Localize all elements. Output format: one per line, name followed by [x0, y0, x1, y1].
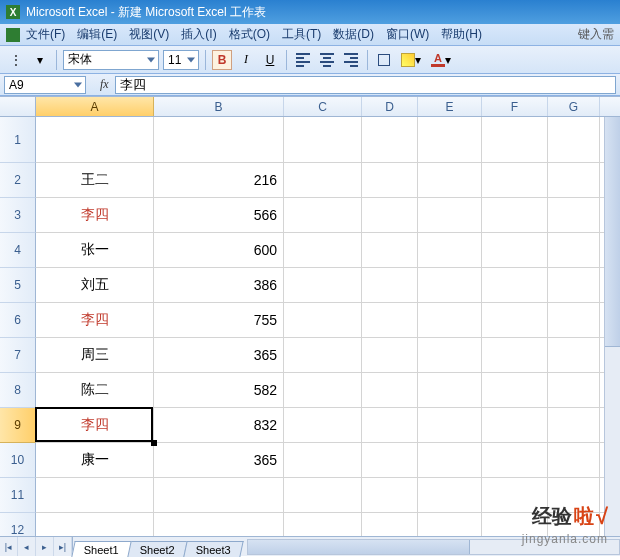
column-header-A[interactable]: A [36, 97, 154, 116]
cell[interactable]: 刘五 [36, 268, 154, 302]
cell[interactable]: 陈二 [36, 373, 154, 407]
cell[interactable]: 李四 [36, 408, 154, 442]
cell[interactable] [418, 268, 482, 302]
row-header[interactable]: 2 [0, 163, 36, 198]
toolbar-dropdown-icon[interactable]: ▾ [30, 50, 50, 70]
font-color-button[interactable]: A▾ [428, 50, 454, 70]
align-left-button[interactable] [293, 50, 313, 70]
row-header[interactable]: 12 [0, 513, 36, 536]
menu-view[interactable]: 视图(V) [129, 26, 169, 43]
cell[interactable] [362, 233, 418, 267]
cell[interactable] [284, 117, 362, 162]
cell[interactable]: 王二 [36, 163, 154, 197]
cell[interactable] [36, 478, 154, 512]
cell[interactable] [284, 163, 362, 197]
cell[interactable] [482, 163, 548, 197]
column-header-E[interactable]: E [418, 97, 482, 116]
fx-icon[interactable]: fx [100, 77, 109, 92]
menu-file[interactable]: 文件(F) [26, 26, 65, 43]
sheet-tab-3[interactable]: Sheet3 [183, 541, 243, 557]
cell[interactable] [548, 233, 600, 267]
cell[interactable] [362, 478, 418, 512]
formula-bar[interactable]: 李四 [115, 76, 616, 94]
fill-color-button[interactable]: ▾ [398, 50, 424, 70]
cell[interactable] [284, 268, 362, 302]
menu-window[interactable]: 窗口(W) [386, 26, 429, 43]
cell[interactable] [418, 117, 482, 162]
cell[interactable]: 832 [154, 408, 284, 442]
underline-button[interactable]: U [260, 50, 280, 70]
cell[interactable] [154, 478, 284, 512]
cell[interactable] [284, 408, 362, 442]
cell[interactable]: 365 [154, 443, 284, 477]
sheet-tab-2[interactable]: Sheet2 [127, 541, 187, 557]
cell[interactable] [362, 513, 418, 536]
cell[interactable] [548, 408, 600, 442]
row-header[interactable]: 10 [0, 443, 36, 478]
cell[interactable] [482, 338, 548, 372]
cell[interactable] [362, 268, 418, 302]
row-header[interactable]: 11 [0, 478, 36, 513]
select-all-corner[interactable] [0, 97, 36, 116]
cell[interactable] [362, 198, 418, 232]
cell[interactable] [548, 478, 600, 512]
cell[interactable]: 张一 [36, 233, 154, 267]
cell[interactable] [482, 373, 548, 407]
sheet-nav-first[interactable]: |◂ [0, 537, 18, 556]
cell[interactable] [284, 338, 362, 372]
cell[interactable] [418, 443, 482, 477]
cell[interactable] [284, 198, 362, 232]
vertical-scroll-thumb[interactable] [605, 117, 620, 347]
cell[interactable] [418, 303, 482, 337]
cell[interactable] [482, 268, 548, 302]
name-box[interactable]: A9 [4, 76, 86, 94]
row-header[interactable]: 1 [0, 117, 36, 163]
cell[interactable]: 566 [154, 198, 284, 232]
cell[interactable] [548, 443, 600, 477]
row-header[interactable]: 7 [0, 338, 36, 373]
borders-button[interactable] [374, 50, 394, 70]
cell[interactable] [548, 117, 600, 162]
cell[interactable] [362, 373, 418, 407]
cell[interactable] [284, 443, 362, 477]
align-right-button[interactable] [341, 50, 361, 70]
cell[interactable] [362, 303, 418, 337]
italic-button[interactable]: I [236, 50, 256, 70]
cell[interactable]: 216 [154, 163, 284, 197]
menu-insert[interactable]: 插入(I) [181, 26, 216, 43]
row-header[interactable]: 5 [0, 268, 36, 303]
cell[interactable] [418, 163, 482, 197]
menu-tools[interactable]: 工具(T) [282, 26, 321, 43]
cell[interactable] [548, 373, 600, 407]
menu-format[interactable]: 格式(O) [229, 26, 270, 43]
cell[interactable] [154, 513, 284, 536]
cell[interactable]: 582 [154, 373, 284, 407]
cell[interactable] [482, 443, 548, 477]
cell[interactable] [482, 408, 548, 442]
cell[interactable] [482, 478, 548, 512]
cell[interactable]: 李四 [36, 198, 154, 232]
column-header-D[interactable]: D [362, 97, 418, 116]
column-header-C[interactable]: C [284, 97, 362, 116]
cell[interactable] [284, 233, 362, 267]
cell[interactable] [418, 478, 482, 512]
toolbar-handle-icon[interactable]: ⋮ [6, 50, 26, 70]
cell[interactable] [482, 233, 548, 267]
cell[interactable] [418, 198, 482, 232]
cell[interactable] [548, 163, 600, 197]
cell[interactable] [482, 117, 548, 162]
row-header[interactable]: 4 [0, 233, 36, 268]
cell[interactable] [154, 117, 284, 162]
cell[interactable]: 周三 [36, 338, 154, 372]
cell[interactable] [548, 303, 600, 337]
align-center-button[interactable] [317, 50, 337, 70]
menu-data[interactable]: 数据(D) [333, 26, 374, 43]
sheet-nav-last[interactable]: ▸| [54, 537, 72, 556]
column-header-B[interactable]: B [154, 97, 284, 116]
cell[interactable]: 386 [154, 268, 284, 302]
sheet-tab-1[interactable]: Sheet1 [71, 541, 131, 557]
cell[interactable] [418, 233, 482, 267]
menu-help[interactable]: 帮助(H) [441, 26, 482, 43]
cell[interactable] [548, 268, 600, 302]
menu-edit[interactable]: 编辑(E) [77, 26, 117, 43]
